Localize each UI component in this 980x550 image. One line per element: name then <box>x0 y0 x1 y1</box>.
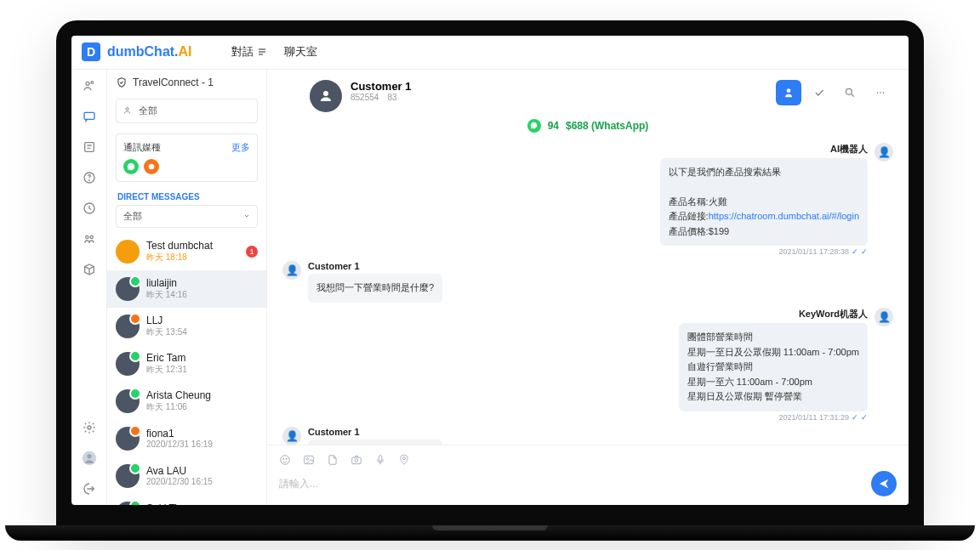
svg-point-29 <box>283 458 284 459</box>
svg-point-21 <box>323 91 328 96</box>
conv-time: 2020/12/31 16:19 <box>146 439 258 449</box>
profile-button[interactable] <box>776 80 801 105</box>
nav-help-icon[interactable] <box>82 170 97 185</box>
conversation-item[interactable]: Arista Cheung昨天 11:06 <box>107 383 266 420</box>
channels-box: 通訊媒種 更多 <box>116 133 258 182</box>
message-sender: Customer 1 <box>308 427 442 437</box>
whatsapp-channel-icon[interactable] <box>123 159 139 174</box>
message-input[interactable] <box>279 471 863 496</box>
image-tool[interactable] <box>303 454 315 466</box>
svg-point-10 <box>88 179 89 180</box>
svg-point-17 <box>87 454 91 458</box>
camera-tool[interactable] <box>350 454 362 466</box>
app-logo: D dumbChat.AI <box>82 43 192 61</box>
mic-tool[interactable] <box>374 454 386 466</box>
logo-icon: D <box>82 43 100 61</box>
file-tool[interactable] <box>327 454 339 466</box>
svg-point-26 <box>880 92 881 94</box>
svg-rect-35 <box>379 455 382 460</box>
nav-chat-icon[interactable] <box>82 109 97 124</box>
orange-channel-icon[interactable] <box>144 159 159 174</box>
nav-team-icon[interactable] <box>82 231 97 247</box>
nav-user-icon[interactable] <box>82 451 97 466</box>
conversation-item[interactable]: Test dumbchat昨天 18:181 <box>107 233 266 270</box>
svg-point-23 <box>846 88 852 94</box>
unread-badge: 1 <box>246 246 258 258</box>
shield-icon <box>116 77 128 88</box>
svg-rect-33 <box>352 457 362 464</box>
conv-avatar <box>116 240 140 264</box>
message-sender: AI機器人 <box>660 143 868 156</box>
resolve-button[interactable] <box>806 80 832 105</box>
conversation-item[interactable]: Eric Tam昨天 12:31 <box>107 345 266 383</box>
channels-label: 通訊媒種 <box>123 141 161 154</box>
svg-point-34 <box>355 458 358 462</box>
conversation-item[interactable]: fiona12020/12/31 16:19 <box>107 420 266 457</box>
message-time: 2021/01/11 17:31:29✓✓ <box>679 413 868 422</box>
conv-avatar <box>116 502 140 505</box>
svg-point-30 <box>286 458 287 459</box>
bot-avatar: 👤 <box>875 143 893 162</box>
conversation-item[interactable]: Ava LAU2020/12/30 16:15 <box>107 457 266 495</box>
svg-point-36 <box>403 456 406 459</box>
conv-name: Arista Cheung <box>146 389 258 401</box>
dm-section-label: DIRECT MESSAGES <box>107 185 266 205</box>
chevron-down-icon <box>243 213 250 219</box>
dm-filter[interactable]: 全部 <box>116 205 258 228</box>
conv-name: Suki Ting <box>146 502 258 505</box>
conversation-item[interactable]: LLJ昨天 13:54 <box>107 308 266 345</box>
conversation-item[interactable]: liulaijin昨天 14:16 <box>107 270 266 308</box>
nav-contacts-icon[interactable] <box>82 78 97 94</box>
conv-avatar <box>116 352 140 376</box>
svg-point-22 <box>787 88 791 93</box>
svg-rect-5 <box>84 112 94 119</box>
channels-more[interactable]: 更多 <box>231 141 250 154</box>
conv-time: 昨天 13:54 <box>146 326 258 338</box>
customer-msg-avatar: 👤 <box>282 427 301 444</box>
svg-point-19 <box>126 108 128 111</box>
svg-point-12 <box>85 235 88 238</box>
svg-rect-31 <box>305 456 314 463</box>
channel-info: 94 $688 (WhatsApp) <box>267 119 909 139</box>
workspace-selector[interactable]: TravelConnect - 1 <box>107 70 266 95</box>
conv-name: Ava LAU <box>146 465 258 477</box>
conv-time: 昨天 11:06 <box>146 401 258 413</box>
product-link[interactable]: https://chatroom.dumbchat.ai/#/login <box>709 211 859 221</box>
location-tool[interactable] <box>398 454 410 466</box>
more-button[interactable] <box>868 80 893 105</box>
svg-point-15 <box>88 426 91 429</box>
nav-bell-icon[interactable] <box>82 139 97 155</box>
list-icon <box>257 47 267 57</box>
svg-point-28 <box>281 455 290 464</box>
message-bubble: 以下是我們的產品搜索結果 產品名稱:火雞 產品鏈接:https://chatro… <box>660 158 868 247</box>
nav-conversation[interactable]: 對話 <box>231 44 267 60</box>
nav-clock-icon[interactable] <box>82 201 97 216</box>
svg-point-4 <box>91 81 94 83</box>
svg-line-24 <box>852 94 854 96</box>
nav-exit-icon[interactable] <box>82 481 97 496</box>
conv-avatar <box>116 277 140 301</box>
conv-name: liulaijin <box>146 277 258 289</box>
conv-name: fiona1 <box>146 428 258 439</box>
search-button[interactable] <box>837 80 863 105</box>
nav-settings-icon[interactable] <box>82 420 97 435</box>
conv-avatar <box>116 464 140 488</box>
emoji-tool[interactable] <box>279 454 291 466</box>
send-button[interactable] <box>871 471 897 496</box>
all-filter[interactable]: 全部 <box>116 99 258 123</box>
message-time: 2021/01/11 17:28:38✓✓ <box>660 247 868 256</box>
nav-chatroom[interactable]: 聊天室 <box>284 44 317 60</box>
svg-point-25 <box>877 92 879 94</box>
whatsapp-icon <box>527 119 541 133</box>
message-sender: KeyWord机器人 <box>679 308 868 320</box>
nav-package-icon[interactable] <box>82 262 97 277</box>
conversation-item[interactable]: Suki Ting2020/12/30 12:10 <box>107 495 266 505</box>
conv-avatar <box>116 389 140 413</box>
conv-avatar <box>116 315 140 338</box>
svg-point-13 <box>90 235 93 238</box>
svg-point-3 <box>86 82 89 85</box>
svg-rect-6 <box>84 142 94 151</box>
message-bubble: 我想問一下營業時間是什麼? <box>308 274 442 303</box>
customer-avatar <box>310 80 342 112</box>
svg-point-20 <box>149 163 155 169</box>
